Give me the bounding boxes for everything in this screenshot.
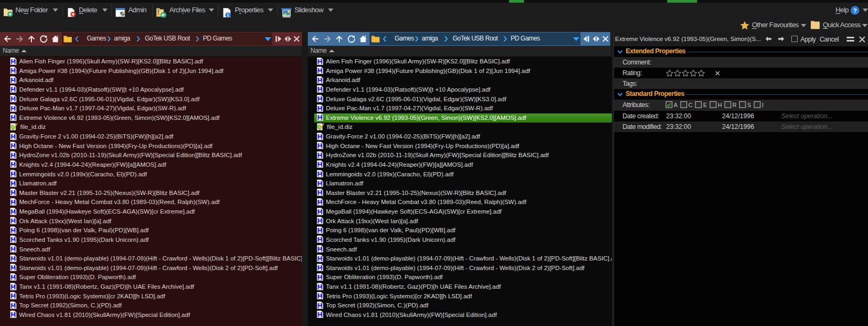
- svg-text:A: A: [674, 102, 677, 108]
- svg-text:S: S: [747, 102, 751, 108]
- svg-text:?: ?: [853, 7, 857, 14]
- svg-text:I: I: [762, 102, 764, 108]
- svg-text:E: E: [703, 102, 707, 108]
- svg-text:R: R: [733, 102, 737, 108]
- svg-text:C: C: [689, 102, 693, 108]
- svg-text:H: H: [718, 102, 722, 108]
